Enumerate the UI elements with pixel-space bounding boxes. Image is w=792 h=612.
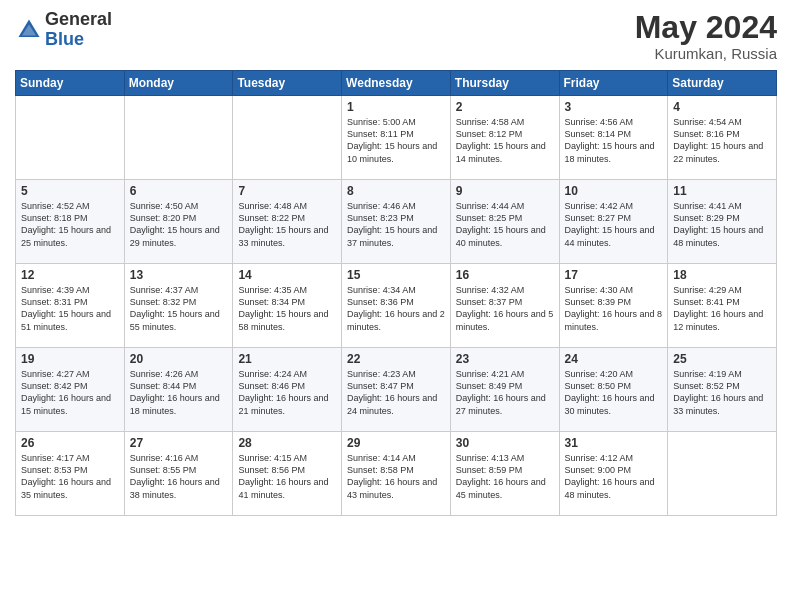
- day-number: 24: [565, 352, 663, 366]
- day-number: 14: [238, 268, 336, 282]
- cell-content: Sunrise: 4:24 AMSunset: 8:46 PMDaylight:…: [238, 368, 336, 417]
- calendar-cell-4-6: [668, 432, 777, 516]
- week-row-3: 19 Sunrise: 4:27 AMSunset: 8:42 PMDaylig…: [16, 348, 777, 432]
- calendar-cell-4-5: 31 Sunrise: 4:12 AMSunset: 9:00 PMDaylig…: [559, 432, 668, 516]
- logo-icon: [15, 16, 43, 44]
- calendar-cell-2-2: 14 Sunrise: 4:35 AMSunset: 8:34 PMDaylig…: [233, 264, 342, 348]
- page: General Blue May 2024 Kurumkan, Russia S…: [0, 0, 792, 612]
- calendar-cell-3-2: 21 Sunrise: 4:24 AMSunset: 8:46 PMDaylig…: [233, 348, 342, 432]
- day-number: 1: [347, 100, 445, 114]
- day-number: 28: [238, 436, 336, 450]
- logo-blue: Blue: [45, 30, 112, 50]
- cell-content: Sunrise: 4:27 AMSunset: 8:42 PMDaylight:…: [21, 368, 119, 417]
- day-number: 19: [21, 352, 119, 366]
- week-row-2: 12 Sunrise: 4:39 AMSunset: 8:31 PMDaylig…: [16, 264, 777, 348]
- calendar-cell-2-6: 18 Sunrise: 4:29 AMSunset: 8:41 PMDaylig…: [668, 264, 777, 348]
- calendar-cell-2-0: 12 Sunrise: 4:39 AMSunset: 8:31 PMDaylig…: [16, 264, 125, 348]
- cell-content: Sunrise: 4:20 AMSunset: 8:50 PMDaylight:…: [565, 368, 663, 417]
- header-thursday: Thursday: [450, 71, 559, 96]
- day-number: 10: [565, 184, 663, 198]
- day-number: 17: [565, 268, 663, 282]
- week-row-0: 1 Sunrise: 5:00 AMSunset: 8:11 PMDayligh…: [16, 96, 777, 180]
- day-number: 8: [347, 184, 445, 198]
- calendar-cell-1-6: 11 Sunrise: 4:41 AMSunset: 8:29 PMDaylig…: [668, 180, 777, 264]
- calendar-cell-2-3: 15 Sunrise: 4:34 AMSunset: 8:36 PMDaylig…: [342, 264, 451, 348]
- cell-content: Sunrise: 4:54 AMSunset: 8:16 PMDaylight:…: [673, 116, 771, 165]
- calendar-cell-3-0: 19 Sunrise: 4:27 AMSunset: 8:42 PMDaylig…: [16, 348, 125, 432]
- calendar-cell-0-6: 4 Sunrise: 4:54 AMSunset: 8:16 PMDayligh…: [668, 96, 777, 180]
- day-number: 20: [130, 352, 228, 366]
- cell-content: Sunrise: 4:21 AMSunset: 8:49 PMDaylight:…: [456, 368, 554, 417]
- header-friday: Friday: [559, 71, 668, 96]
- cell-content: Sunrise: 4:32 AMSunset: 8:37 PMDaylight:…: [456, 284, 554, 333]
- cell-content: Sunrise: 4:50 AMSunset: 8:20 PMDaylight:…: [130, 200, 228, 249]
- cell-content: Sunrise: 4:41 AMSunset: 8:29 PMDaylight:…: [673, 200, 771, 249]
- cell-content: Sunrise: 4:19 AMSunset: 8:52 PMDaylight:…: [673, 368, 771, 417]
- day-number: 23: [456, 352, 554, 366]
- cell-content: Sunrise: 4:13 AMSunset: 8:59 PMDaylight:…: [456, 452, 554, 501]
- calendar-cell-4-2: 28 Sunrise: 4:15 AMSunset: 8:56 PMDaylig…: [233, 432, 342, 516]
- cell-content: Sunrise: 4:35 AMSunset: 8:34 PMDaylight:…: [238, 284, 336, 333]
- calendar-cell-3-1: 20 Sunrise: 4:26 AMSunset: 8:44 PMDaylig…: [124, 348, 233, 432]
- cell-content: Sunrise: 4:37 AMSunset: 8:32 PMDaylight:…: [130, 284, 228, 333]
- calendar-cell-0-5: 3 Sunrise: 4:56 AMSunset: 8:14 PMDayligh…: [559, 96, 668, 180]
- header-monday: Monday: [124, 71, 233, 96]
- header: General Blue May 2024 Kurumkan, Russia: [15, 10, 777, 62]
- header-tuesday: Tuesday: [233, 71, 342, 96]
- day-number: 3: [565, 100, 663, 114]
- cell-content: Sunrise: 4:15 AMSunset: 8:56 PMDaylight:…: [238, 452, 336, 501]
- location: Kurumkan, Russia: [635, 45, 777, 62]
- header-saturday: Saturday: [668, 71, 777, 96]
- calendar-cell-0-2: [233, 96, 342, 180]
- cell-content: Sunrise: 4:52 AMSunset: 8:18 PMDaylight:…: [21, 200, 119, 249]
- logo-text: General Blue: [45, 10, 112, 50]
- day-number: 22: [347, 352, 445, 366]
- calendar-cell-3-5: 24 Sunrise: 4:20 AMSunset: 8:50 PMDaylig…: [559, 348, 668, 432]
- calendar-cell-2-5: 17 Sunrise: 4:30 AMSunset: 8:39 PMDaylig…: [559, 264, 668, 348]
- calendar-cell-4-4: 30 Sunrise: 4:13 AMSunset: 8:59 PMDaylig…: [450, 432, 559, 516]
- calendar-cell-1-4: 9 Sunrise: 4:44 AMSunset: 8:25 PMDayligh…: [450, 180, 559, 264]
- cell-content: Sunrise: 5:00 AMSunset: 8:11 PMDaylight:…: [347, 116, 445, 165]
- month-year: May 2024: [635, 10, 777, 45]
- day-number: 30: [456, 436, 554, 450]
- calendar-cell-3-4: 23 Sunrise: 4:21 AMSunset: 8:49 PMDaylig…: [450, 348, 559, 432]
- calendar-cell-1-2: 7 Sunrise: 4:48 AMSunset: 8:22 PMDayligh…: [233, 180, 342, 264]
- calendar-cell-0-0: [16, 96, 125, 180]
- calendar-cell-1-3: 8 Sunrise: 4:46 AMSunset: 8:23 PMDayligh…: [342, 180, 451, 264]
- calendar-cell-3-3: 22 Sunrise: 4:23 AMSunset: 8:47 PMDaylig…: [342, 348, 451, 432]
- cell-content: Sunrise: 4:23 AMSunset: 8:47 PMDaylight:…: [347, 368, 445, 417]
- day-number: 31: [565, 436, 663, 450]
- day-number: 29: [347, 436, 445, 450]
- cell-content: Sunrise: 4:12 AMSunset: 9:00 PMDaylight:…: [565, 452, 663, 501]
- calendar-cell-2-1: 13 Sunrise: 4:37 AMSunset: 8:32 PMDaylig…: [124, 264, 233, 348]
- day-number: 12: [21, 268, 119, 282]
- week-row-1: 5 Sunrise: 4:52 AMSunset: 8:18 PMDayligh…: [16, 180, 777, 264]
- cell-content: Sunrise: 4:42 AMSunset: 8:27 PMDaylight:…: [565, 200, 663, 249]
- cell-content: Sunrise: 4:44 AMSunset: 8:25 PMDaylight:…: [456, 200, 554, 249]
- calendar-cell-0-1: [124, 96, 233, 180]
- day-number: 18: [673, 268, 771, 282]
- day-number: 11: [673, 184, 771, 198]
- logo: General Blue: [15, 10, 112, 50]
- day-number: 13: [130, 268, 228, 282]
- day-number: 6: [130, 184, 228, 198]
- weekday-header-row: Sunday Monday Tuesday Wednesday Thursday…: [16, 71, 777, 96]
- cell-content: Sunrise: 4:26 AMSunset: 8:44 PMDaylight:…: [130, 368, 228, 417]
- cell-content: Sunrise: 4:16 AMSunset: 8:55 PMDaylight:…: [130, 452, 228, 501]
- calendar-cell-0-3: 1 Sunrise: 5:00 AMSunset: 8:11 PMDayligh…: [342, 96, 451, 180]
- cell-content: Sunrise: 4:58 AMSunset: 8:12 PMDaylight:…: [456, 116, 554, 165]
- day-number: 4: [673, 100, 771, 114]
- calendar-cell-1-5: 10 Sunrise: 4:42 AMSunset: 8:27 PMDaylig…: [559, 180, 668, 264]
- day-number: 5: [21, 184, 119, 198]
- cell-content: Sunrise: 4:17 AMSunset: 8:53 PMDaylight:…: [21, 452, 119, 501]
- day-number: 21: [238, 352, 336, 366]
- calendar-cell-4-1: 27 Sunrise: 4:16 AMSunset: 8:55 PMDaylig…: [124, 432, 233, 516]
- day-number: 26: [21, 436, 119, 450]
- calendar-cell-1-0: 5 Sunrise: 4:52 AMSunset: 8:18 PMDayligh…: [16, 180, 125, 264]
- cell-content: Sunrise: 4:46 AMSunset: 8:23 PMDaylight:…: [347, 200, 445, 249]
- cell-content: Sunrise: 4:29 AMSunset: 8:41 PMDaylight:…: [673, 284, 771, 333]
- cell-content: Sunrise: 4:48 AMSunset: 8:22 PMDaylight:…: [238, 200, 336, 249]
- day-number: 15: [347, 268, 445, 282]
- day-number: 9: [456, 184, 554, 198]
- cell-content: Sunrise: 4:30 AMSunset: 8:39 PMDaylight:…: [565, 284, 663, 333]
